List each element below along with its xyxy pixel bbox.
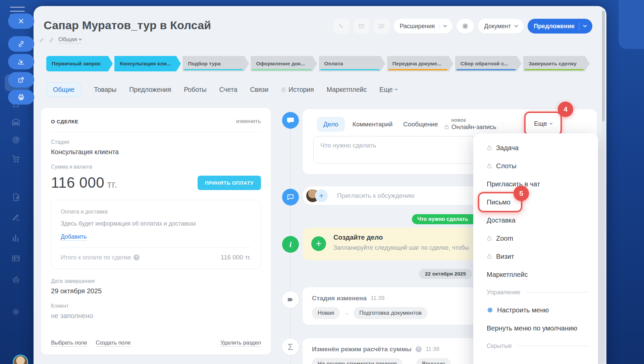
event-title: Изменён режим расчёта суммы [312, 346, 412, 353]
stage-item[interactable]: Завершить сделку [523, 56, 590, 71]
tab-links[interactable]: Связи [250, 86, 269, 94]
accept-payment-button[interactable]: ПРИНЯТЬ ОПЛАТУ [198, 176, 261, 190]
document-edit-icon[interactable] [11, 193, 20, 202]
menu-item-reset[interactable]: Вернуть меню по умолчанию [473, 319, 598, 337]
analytics-icon[interactable] [11, 234, 20, 243]
sign-icon[interactable] [11, 213, 20, 222]
help-icon[interactable]: ? [416, 346, 422, 352]
timeline-tab-comment[interactable]: Комментарий [353, 121, 393, 128]
edit-title-icon[interactable] [39, 37, 45, 43]
settings-icon[interactable] [11, 307, 20, 316]
mode-to-chip: Вручную [416, 358, 451, 364]
tab-robots[interactable]: Роботы [184, 86, 207, 94]
company-icon[interactable] [11, 117, 20, 126]
close-date-label: Дата завершения [51, 278, 261, 284]
stage-item[interactable]: Первичный запрос [46, 56, 113, 71]
client-label: Клиент [51, 303, 261, 309]
print-icon[interactable] [8, 90, 34, 105]
hint-subtitle: Запланируйте следующий шаг по сделке, чт… [333, 244, 469, 251]
select-field-link[interactable]: Выбрать поле [51, 340, 87, 347]
event-title: Стадия изменена [312, 295, 367, 302]
pipeline-selector[interactable]: Общая [58, 36, 81, 44]
arrow-right-icon: → [407, 361, 412, 364]
cart-icon[interactable] [11, 154, 20, 163]
edit-link[interactable]: изменить [236, 118, 261, 125]
settings-gear-button[interactable] [457, 19, 474, 34]
menu-item-marketplace[interactable]: Маркетплейс [473, 265, 598, 284]
total-label: Итого к оплате по сделке? [61, 254, 140, 261]
timeline-tab-deal[interactable]: Дело [317, 117, 344, 131]
close-icon[interactable] [8, 13, 34, 29]
phone-icon[interactable] [333, 19, 350, 34]
more-dropdown-menu: Задача Слоты Пригласить в чат 5 Письмо Д… [473, 133, 598, 364]
mail-icon[interactable] [354, 19, 370, 34]
tab-history[interactable]: История [281, 86, 314, 94]
menu-item-invite-chat[interactable]: Пригласить в чат [473, 175, 598, 193]
stage-item[interactable]: Оформление док... [251, 56, 317, 71]
tab-quotes[interactable]: Предложения [129, 86, 171, 94]
plus-icon[interactable]: + [311, 236, 326, 251]
tab-more[interactable]: Еще [379, 86, 397, 94]
create-field-link[interactable]: Создать поле [96, 340, 131, 347]
add-participant-icon[interactable]: + [315, 189, 328, 202]
menu-item-configure[interactable]: Настроить меню [473, 301, 598, 319]
stage-item[interactable]: Сбор обратной с... [455, 56, 522, 71]
link-icon[interactable] [8, 36, 34, 52]
tab-invoices[interactable]: Счета [219, 86, 237, 94]
stage-item[interactable]: Консультация кли... [114, 56, 181, 71]
profile-avatar[interactable] [13, 355, 28, 364]
scrollbar-thumb[interactable] [602, 11, 605, 121]
chat-exchange-icon[interactable] [374, 19, 390, 34]
stage-field-label: Стадия [51, 139, 261, 145]
extensions-label: Расширения [400, 23, 435, 30]
add-payment-link[interactable]: Добавить [61, 233, 87, 241]
close-date-value[interactable]: 29 октября 2025 [51, 287, 261, 295]
stage-label: Завершить сделку [529, 61, 577, 67]
proposal-button[interactable]: Предложение [528, 19, 592, 34]
stage-item[interactable]: Передача докуме... [387, 56, 453, 71]
timeline-tab-online-booking[interactable]: НОВОЕ Онлайн-запись [444, 118, 496, 131]
import-icon[interactable] [8, 54, 34, 69]
stage-change-icon [282, 291, 299, 308]
payment-delivery-card: Оплата и доставка Здесь будет информация… [51, 200, 261, 269]
total-value: 116 000 тг. [221, 254, 251, 261]
menu-item-delivery[interactable]: Доставка [473, 211, 598, 229]
menu-item-slots[interactable]: Слоты [473, 157, 598, 175]
date-separator: 22 октября 2025 [419, 269, 472, 279]
menu-item-task[interactable]: Задача [473, 139, 598, 157]
client-value[interactable]: не заполнено [51, 312, 261, 320]
copy-link-icon[interactable] [49, 37, 54, 43]
app-sidebar [0, 0, 34, 364]
lock-icon [281, 87, 286, 92]
robot-icon[interactable] [11, 275, 20, 284]
document-button[interactable]: Документ [478, 19, 524, 34]
stage-label: Передача докуме... [392, 61, 441, 67]
open-window-icon[interactable] [8, 72, 34, 87]
stage-item[interactable]: Оплата [319, 56, 385, 71]
stage-field-value[interactable]: Консультация клиента [51, 148, 261, 156]
deal-slider-panel: Сапар Муратов_тур в Колсай Общая Расшире… [34, 6, 606, 364]
menu-item-zoom[interactable]: Zoom [473, 229, 598, 247]
stage-from-chip: Новая [312, 307, 340, 319]
help-icon[interactable]: ? [133, 254, 140, 260]
timeline-tab-message[interactable]: Сообщение [403, 121, 438, 128]
event-time: 11:39 [371, 295, 384, 302]
extensions-button[interactable]: Расширения [394, 19, 453, 34]
target-icon[interactable] [11, 135, 20, 144]
deal-amount[interactable]: 116 000тг. [51, 174, 117, 191]
menu-item-visit[interactable]: Визит [473, 247, 598, 265]
stage-label: Консультация кли... [120, 61, 171, 67]
tab-general[interactable]: Общие [46, 82, 81, 97]
menu-section-hidden: Скрытые [473, 337, 598, 355]
tab-marketplace[interactable]: Маркетплейс [327, 86, 367, 94]
delete-section-link[interactable]: Удалить раздел [220, 340, 261, 347]
stage-item[interactable]: Подбор тура [182, 56, 249, 71]
menu-item-letter[interactable]: 5 Письмо [473, 193, 598, 211]
mode-from-chip: На основе стоимости товаров [312, 358, 402, 364]
deal-currency: тг. [107, 179, 117, 190]
discussion-icon [282, 189, 299, 205]
arrow-right-icon: → [344, 310, 350, 316]
timeline-tab-more[interactable]: Еще [524, 112, 562, 136]
tab-products[interactable]: Товары [94, 86, 116, 94]
contact-card-icon[interactable] [11, 254, 20, 263]
